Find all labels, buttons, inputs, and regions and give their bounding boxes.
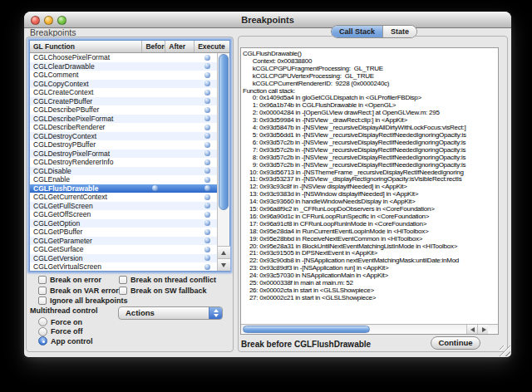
breakpoint-after-cell[interactable] [166,132,195,141]
breakpoint-after-cell[interactable] [166,158,195,167]
breakpoint-before-cell[interactable] [143,132,166,141]
breakpoint-before-cell[interactable] [143,158,166,167]
breakpoint-execute-icon[interactable] [204,150,210,156]
breakpoint-after-cell[interactable] [166,140,195,149]
breakpoint-after-cell[interactable] [166,262,195,271]
horizontal-scrollbar-thumb[interactable] [243,326,370,333]
column-header-execute[interactable]: Execute [195,41,229,52]
breakpoint-after-cell[interactable] [166,184,195,194]
breakpoint-execute-cell[interactable] [195,210,219,219]
table-row[interactable]: CGLChoosePixelFormat [30,53,219,62]
breakpoint-execute-cell[interactable] [195,167,219,176]
table-row[interactable]: CGLFlushDrawable [30,184,219,194]
table-row[interactable]: CGLGetOption [30,219,219,228]
breakpoint-execute-cell[interactable] [195,254,219,263]
scroll-right-button[interactable] [477,325,488,334]
breakpoint-before-icon[interactable] [152,185,158,191]
breakpoint-execute-cell[interactable] [195,184,219,194]
breakpoint-execute-icon[interactable] [204,212,210,218]
breakpoint-after-cell[interactable] [166,149,195,159]
breakpoint-execute-cell[interactable] [195,237,219,246]
breakpoint-execute-cell[interactable] [195,202,219,211]
breakpoint-execute-icon[interactable] [204,142,210,148]
breakpoint-execute-icon[interactable] [204,159,210,165]
breakpoint-execute-cell[interactable] [195,71,219,80]
checkbox-box[interactable] [119,276,127,284]
column-header-after[interactable]: After [165,41,195,52]
breakpoint-execute-icon[interactable] [204,98,210,104]
breakpoint-after-cell[interactable] [166,62,195,71]
breakpoint-after-cell[interactable] [166,219,195,228]
table-row[interactable]: CGLDisable [30,167,219,176]
checkbox-box[interactable] [38,287,47,295]
breakpoint-execute-cell[interactable] [195,132,219,141]
breakpoint-before-cell[interactable] [143,175,166,184]
breakpoint-after-cell[interactable] [166,228,195,237]
breakpoint-before-cell[interactable] [143,219,166,228]
table-row[interactable]: CGLEnable [30,175,219,184]
breakpoint-execute-cell[interactable] [195,53,219,62]
table-row[interactable]: CGLGetCurrentContext [30,193,219,202]
table-row[interactable]: CGLDestroyRendererInfo [30,158,219,167]
breakpoint-execute-icon[interactable] [204,264,210,270]
table-row[interactable]: CGLCreatePBuffer [30,97,219,106]
breakpoint-execute-icon[interactable] [204,247,210,252]
breakpoint-execute-icon[interactable] [204,81,210,86]
breakpoint-execute-cell[interactable] [195,219,219,228]
checkbox-break-on-var-error[interactable]: Break on VAR error [38,287,119,295]
breakpoint-after-cell[interactable] [166,115,195,124]
breakpoint-execute-icon[interactable] [204,229,210,235]
breakpoint-before-cell[interactable] [143,80,166,89]
breakpoint-before-cell[interactable] [143,140,166,149]
breakpoint-before-cell[interactable] [143,167,166,176]
breakpoint-execute-icon[interactable] [204,168,210,174]
actions-dropdown[interactable]: Actions [118,306,223,320]
breakpoint-execute-cell[interactable] [195,115,219,124]
minimize-button[interactable] [44,16,53,25]
table-row[interactable]: CGLDescribePBuffer [30,105,219,115]
table-row[interactable]: CGLGetParameter [30,237,219,246]
breakpoint-before-cell[interactable] [143,245,166,254]
breakpoint-execute-icon[interactable] [204,220,210,226]
breakpoint-after-cell[interactable] [166,53,195,62]
table-row[interactable]: CGLDescribeRenderer [30,123,219,132]
breakpoint-execute-cell[interactable] [195,88,219,97]
breakpoint-execute-icon[interactable] [204,203,210,208]
checkbox-box[interactable] [38,276,47,284]
breakpoint-after-cell[interactable] [166,123,195,132]
breakpoint-before-cell[interactable] [143,149,166,159]
breakpoint-execute-cell[interactable] [195,105,219,115]
table-row[interactable]: CGLGetFullScreen [30,202,219,211]
breakpoint-execute-icon[interactable] [204,194,210,200]
breakpoint-execute-icon[interactable] [204,133,210,139]
column-header-gl-function[interactable]: GL Function [30,41,142,52]
table-row[interactable]: CGLCreateContext [30,88,219,97]
breakpoint-before-cell[interactable] [143,210,166,219]
checkbox-ignore-all-breakpoints[interactable]: Ignore all breakpoints [38,296,128,305]
breakpoint-execute-icon[interactable] [204,63,210,69]
breakpoint-before-cell[interactable] [143,228,166,237]
tab-call-stack[interactable]: Call Stack [332,26,382,37]
breakpoint-before-cell[interactable] [143,237,166,246]
breakpoint-before-cell[interactable] [143,184,166,194]
breakpoint-execute-cell[interactable] [195,228,219,237]
breakpoint-after-cell[interactable] [166,245,195,254]
breakpoint-execute-cell[interactable] [195,262,219,271]
breakpoint-after-cell[interactable] [166,97,195,106]
breakpoint-after-cell[interactable] [166,202,195,211]
zoom-button[interactable] [57,16,66,25]
breakpoint-execute-cell[interactable] [195,149,219,159]
breakpoint-execute-cell[interactable] [195,80,219,89]
breakpoint-execute-cell[interactable] [195,245,219,254]
breakpoint-execute-cell[interactable] [195,158,219,167]
checkbox-box[interactable] [38,296,47,305]
table-row[interactable]: CGLGetVirtualScreen [30,262,219,271]
scroll-up-button[interactable] [218,246,230,258]
breakpoint-before-cell[interactable] [143,254,166,263]
title-bar[interactable]: Breakpoints [24,12,511,28]
breakpoint-before-cell[interactable] [143,193,166,202]
checkbox-break-on-thread-conflict[interactable]: Break on thread conflict [119,276,216,284]
table-row[interactable]: CGLCopyContext [30,80,219,89]
breakpoint-execute-icon[interactable] [204,72,210,78]
table-row[interactable]: CGLClearDrawable [30,62,219,71]
